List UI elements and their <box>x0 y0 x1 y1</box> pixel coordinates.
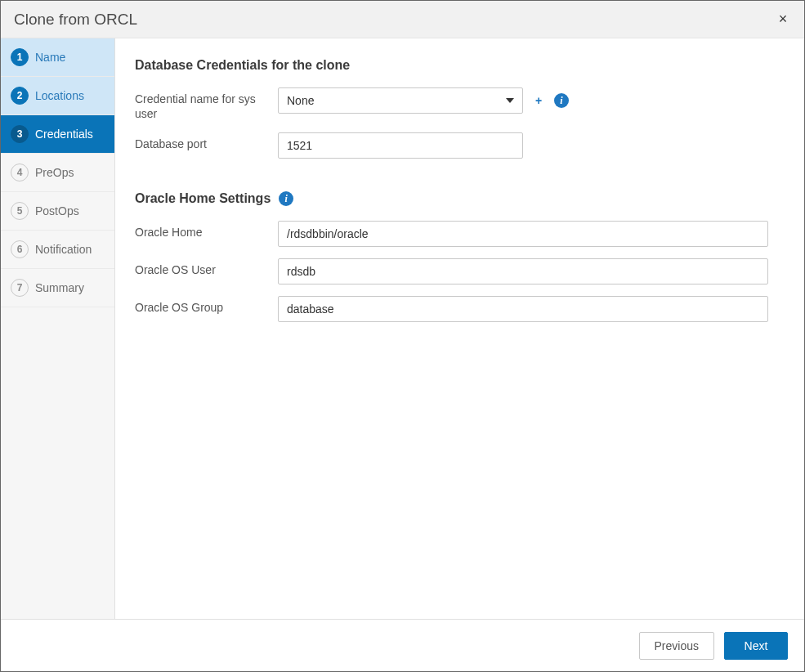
chevron-down-icon <box>506 98 514 103</box>
step-locations[interactable]: 2 Locations <box>1 77 114 115</box>
step-label: Notification <box>35 243 92 256</box>
step-summary[interactable]: 7 Summary <box>1 269 114 307</box>
database-port-input[interactable] <box>278 132 523 159</box>
step-label: Summary <box>35 281 84 294</box>
next-button[interactable]: Next <box>724 632 788 660</box>
step-number-icon: 2 <box>11 87 29 105</box>
oracle-home-label: Oracle Home <box>135 221 278 240</box>
oracle-os-user-input[interactable] <box>278 258 768 284</box>
step-label: Name <box>35 51 65 64</box>
sys-credential-label: Credential name for sys user <box>135 87 278 121</box>
row-oracle-home: Oracle Home <box>135 221 785 247</box>
step-notification[interactable]: 6 Notification <box>1 231 114 269</box>
oracle-os-group-label: Oracle OS Group <box>135 296 278 316</box>
main-panel: Database Credentials for the clone Crede… <box>115 38 804 619</box>
row-oracle-os-user: Oracle OS User <box>135 258 785 284</box>
dialog-titlebar: Clone from ORCL × <box>1 1 804 38</box>
oracle-home-settings-title-text: Oracle Home Settings <box>135 191 271 206</box>
row-sys-credential: Credential name for sys user None + i <box>135 87 785 121</box>
add-credential-plus-icon[interactable]: + <box>531 93 546 108</box>
oracle-os-user-label: Oracle OS User <box>135 258 278 278</box>
step-label: Locations <box>35 89 84 102</box>
step-label: Credentials <box>35 128 93 141</box>
step-label: PreOps <box>35 166 74 179</box>
row-database-port: Database port <box>135 132 785 159</box>
step-postops[interactable]: 5 PostOps <box>1 192 114 231</box>
step-number-icon: 3 <box>11 125 29 143</box>
step-name[interactable]: 1 Name <box>1 38 114 77</box>
step-credentials[interactable]: 3 Credentials <box>1 115 114 154</box>
step-number-icon: 6 <box>11 240 29 258</box>
oracle-home-settings-title: Oracle Home Settings i <box>135 191 785 206</box>
credentials-section-title: Database Credentials for the clone <box>135 58 785 73</box>
step-number-icon: 4 <box>11 164 29 181</box>
close-icon[interactable]: × <box>773 9 793 29</box>
step-number-icon: 5 <box>11 202 29 220</box>
database-port-label: Database port <box>135 132 278 152</box>
info-icon[interactable]: i <box>554 93 569 108</box>
oracle-home-input[interactable] <box>278 221 768 247</box>
step-number-icon: 1 <box>11 48 29 66</box>
dialog-body: 1 Name 2 Locations 3 Credentials 4 PreOp… <box>1 38 804 619</box>
oracle-os-group-input[interactable] <box>278 296 768 322</box>
sys-credential-select[interactable]: None <box>278 87 523 114</box>
sys-credential-selected-value: None <box>287 94 314 107</box>
step-label: PostOps <box>35 204 79 217</box>
row-oracle-os-group: Oracle OS Group <box>135 296 785 322</box>
previous-button[interactable]: Previous <box>639 632 714 660</box>
clone-dialog: Clone from ORCL × 1 Name 2 Locations 3 C… <box>0 0 805 672</box>
dialog-footer: Previous Next <box>1 619 804 671</box>
step-number-icon: 7 <box>11 279 29 297</box>
dialog-title: Clone from ORCL <box>14 11 137 29</box>
info-icon[interactable]: i <box>279 191 293 206</box>
wizard-steps-sidebar: 1 Name 2 Locations 3 Credentials 4 PreOp… <box>1 38 115 619</box>
step-preops[interactable]: 4 PreOps <box>1 154 114 192</box>
